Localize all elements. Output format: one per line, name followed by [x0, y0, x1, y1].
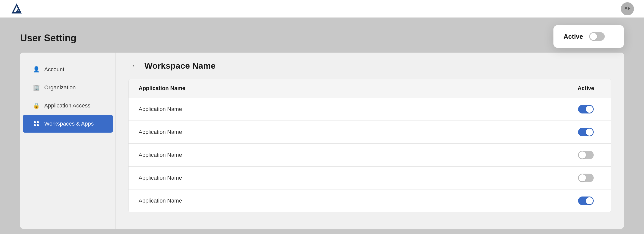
col-application-name: Application Name: [139, 85, 571, 92]
panel-title: Workspace Name: [144, 61, 216, 71]
back-button[interactable]: ‹: [128, 60, 139, 71]
sidebar-item-label: Workspaces & Apps: [44, 121, 94, 127]
col-active: Active: [571, 85, 601, 92]
sidebar-item-label: Organization: [44, 84, 76, 91]
panel-header: ‹ Workspace Name: [128, 60, 611, 71]
app-name-4: Application Name: [139, 175, 571, 181]
toggle-2[interactable]: [578, 128, 594, 136]
app-name-2: Application Name: [139, 129, 571, 135]
table-row: Application Name: [129, 98, 611, 121]
logo-icon: [10, 2, 23, 15]
svg-rect-4: [34, 124, 36, 126]
sidebar-item-label: Account: [44, 66, 64, 73]
popup-toggle[interactable]: [589, 32, 605, 41]
sidebar: 👤 Account 🏢 Organization 🔒 Application A…: [20, 53, 116, 229]
active-popup: Active: [553, 25, 624, 48]
content-area: 👤 Account 🏢 Organization 🔒 Application A…: [20, 53, 624, 229]
applications-table: Application Name Active Application Name…: [128, 79, 611, 212]
account-icon: 👤: [33, 66, 40, 73]
popup-active-label: Active: [564, 33, 583, 41]
toggle-3[interactable]: [578, 151, 594, 159]
svg-rect-3: [37, 121, 39, 123]
toggle-4[interactable]: [578, 174, 594, 182]
table-row: Application Name: [129, 189, 611, 212]
page-title: User Setting: [20, 33, 624, 44]
svg-rect-5: [37, 124, 39, 126]
sidebar-item-organization[interactable]: 🏢 Organization: [23, 79, 113, 96]
table-row: Application Name: [129, 121, 611, 144]
grid-icon: [33, 121, 40, 127]
svg-rect-2: [34, 121, 36, 123]
toggle-1[interactable]: [578, 105, 594, 113]
user-avatar[interactable]: AF: [621, 2, 634, 15]
sidebar-item-label: Application Access: [44, 102, 90, 109]
sidebar-item-application-access[interactable]: 🔒 Application Access: [23, 97, 113, 114]
app-name-5: Application Name: [139, 198, 571, 204]
logo: [10, 2, 23, 15]
lock-icon: 🔒: [33, 102, 40, 109]
sidebar-item-account[interactable]: 👤 Account: [23, 61, 113, 78]
toggle-5[interactable]: [578, 197, 594, 205]
top-navigation: AF: [0, 0, 644, 18]
app-name-3: Application Name: [139, 152, 571, 158]
organization-icon: 🏢: [33, 84, 40, 91]
main-panel: ‹ Workspace Name Application Name Active…: [116, 53, 624, 229]
table-row: Application Name: [129, 167, 611, 189]
table-row: Application Name: [129, 144, 611, 167]
sidebar-item-workspaces-apps[interactable]: Workspaces & Apps: [23, 115, 113, 133]
app-name-1: Application Name: [139, 106, 571, 112]
main-container: User Setting 👤 Account 🏢 Organization 🔒 …: [0, 18, 644, 234]
table-header: Application Name Active: [129, 79, 611, 98]
